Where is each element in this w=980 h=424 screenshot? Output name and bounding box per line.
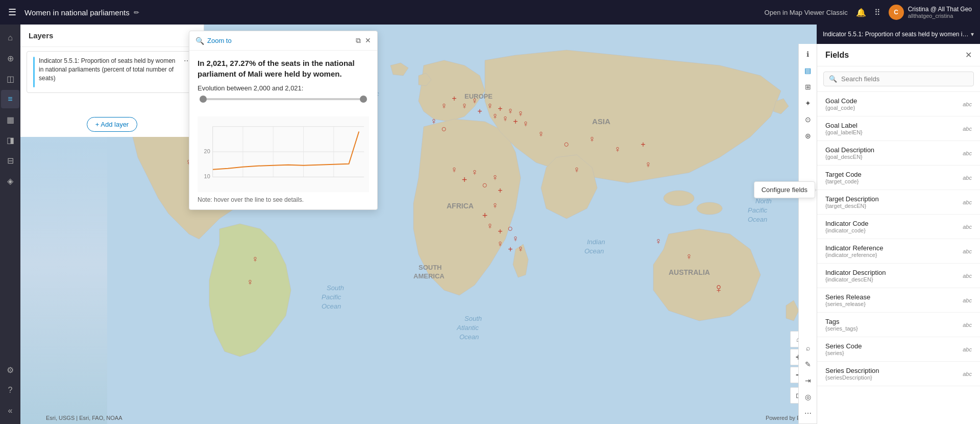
sidebar-btn-home[interactable]: ⌂	[1, 29, 19, 47]
field-type: abc	[963, 150, 972, 156]
sidebar-btn-layers[interactable]: ≡	[1, 90, 19, 108]
field-item[interactable]: Indicator Description {indicator_descEN}…	[817, 264, 980, 288]
field-info: Goal Code {goal_code}	[825, 97, 857, 111]
popup-expand-icon[interactable]: ⧉	[356, 36, 361, 45]
field-code: {series}	[825, 350, 862, 356]
field-item[interactable]: Target Code {target_code} abc	[817, 166, 980, 190]
rt-btn-split[interactable]: ⇥	[801, 373, 815, 388]
sidebar-btn-table[interactable]: ▦	[1, 110, 19, 129]
popup-close-button[interactable]: ✕	[365, 36, 371, 45]
field-item[interactable]: Tags {series_tags} abc	[817, 313, 980, 337]
sidebar-btn-basemap[interactable]: ◫	[1, 69, 19, 88]
rt-btn-time[interactable]: ⊙	[801, 112, 815, 127]
svg-text:♀: ♀	[497, 239, 504, 249]
svg-text:+: +	[498, 227, 502, 235]
field-name: Goal Code	[825, 97, 857, 105]
svg-text:North: North	[755, 197, 772, 205]
rt-btn-edit[interactable]: ✎	[801, 357, 815, 371]
field-type: abc	[963, 126, 972, 132]
field-info: Series Release {series_release}	[825, 293, 870, 307]
field-item[interactable]: Goal Label {goal_labelEN} abc	[817, 116, 980, 141]
fields-list: Goal Code {goal_code} abc Goal Label {go…	[817, 92, 980, 424]
add-layer-button[interactable]: + Add layer	[87, 117, 137, 132]
layers-header: Layers ✕	[20, 25, 204, 47]
rt-btn-more[interactable]: ⋯	[801, 406, 815, 420]
svg-text:EUROPE: EUROPE	[464, 92, 493, 100]
field-info: Target Code {target_code}	[825, 171, 862, 184]
svg-text:♀: ♀	[655, 236, 662, 246]
popup-main-text: In 2,021, 27.27% of the seats in the nat…	[198, 58, 369, 79]
svg-text:Ocean: Ocean	[584, 247, 604, 255]
sidebar-btn-bookmarks[interactable]: ⊟	[1, 151, 19, 170]
sidebar-btn-measure[interactable]: ◈	[1, 172, 19, 190]
user-area[interactable]: C Cristina @ All That Geo allthatgeo_cri…	[889, 5, 972, 20]
app-title-area: Women in national parliaments ✏	[24, 8, 765, 17]
fields-close-button[interactable]: ✕	[965, 50, 972, 60]
sidebar-btn-collapse[interactable]: «	[1, 402, 19, 420]
sidebar-btn-help[interactable]: ?	[1, 381, 19, 399]
sidebar-btn-charts[interactable]: ◨	[1, 131, 19, 149]
rt-btn-info[interactable]: ℹ	[801, 47, 815, 61]
open-classic-link[interactable]: Open in Map Viewer Classic	[765, 9, 848, 16]
popup-header: 🔍 Zoom to ⧉ ✕	[189, 31, 377, 51]
layer-item[interactable]: Indicator 5.5.1: Proportion of seats hel…	[27, 51, 198, 93]
svg-text:AMERICA: AMERICA	[413, 272, 445, 280]
chart-range-slider[interactable]	[198, 98, 369, 108]
svg-text:10: 10	[204, 173, 210, 179]
field-code: {indicator_code}	[825, 227, 869, 233]
app-title: Women in national parliaments	[24, 8, 130, 17]
rt-btn-filter[interactable]: ⊞	[801, 80, 815, 94]
field-item[interactable]: Goal Code {goal_code} abc	[817, 92, 980, 116]
field-info: Indicator Code {indicator_code}	[825, 220, 869, 233]
fields-search-icon: 🔍	[829, 75, 837, 83]
svg-text:Ocean: Ocean	[322, 302, 341, 310]
rt-btn-fields[interactable]: ▤	[801, 63, 815, 78]
rt-btn-pin[interactable]: ✦	[801, 96, 815, 110]
apps-grid-icon[interactable]: ⠿	[874, 8, 880, 17]
rt-btn-globe[interactable]: ◎	[801, 390, 815, 404]
field-type: abc	[963, 322, 972, 328]
field-item[interactable]: Series Code {series} abc	[817, 337, 980, 362]
svg-text:+: +	[482, 210, 488, 221]
svg-text:AFRICA: AFRICA	[447, 202, 474, 210]
fields-search-input[interactable]	[841, 75, 968, 83]
field-item[interactable]: Target Description {target_descEN} abc	[817, 190, 980, 215]
field-item[interactable]: Series Release {series_release} abc	[817, 288, 980, 313]
topbar-right: Open in Map Viewer Classic 🔔 ⠿ C Cristin…	[765, 5, 972, 20]
left-sidebar: ⌂ ⊕ ◫ ≡ ▦ ◨ ⊟ ◈ ⚙ ? «	[0, 25, 20, 424]
menu-icon[interactable]: ☰	[8, 7, 16, 18]
field-item[interactable]: Indicator Reference {indicator_reference…	[817, 239, 980, 264]
edit-title-icon[interactable]: ✏	[134, 9, 139, 16]
rt-btn-overlay[interactable]: ⊛	[801, 129, 815, 143]
svg-text:♀: ♀	[247, 277, 254, 287]
popup-evolution-label: Evolution between 2,000 and 2,021:	[198, 84, 369, 92]
svg-text:♀: ♀	[714, 280, 724, 296]
field-item[interactable]: Series Description {seriesDescription} a…	[817, 362, 980, 386]
zoom-to-button[interactable]: 🔍 Zoom to	[195, 37, 232, 45]
field-info: Target Description {target_descEN}	[825, 195, 879, 209]
svg-text:○: ○	[482, 180, 488, 190]
svg-text:♀: ♀	[440, 101, 448, 111]
svg-text:♀: ♀	[507, 106, 514, 116]
field-item[interactable]: Indicator Code {indicator_code} abc	[817, 215, 980, 239]
field-code: {seriesDescription}	[825, 374, 879, 381]
layer-indicator	[33, 57, 35, 87]
svg-text:♀: ♀	[471, 167, 478, 177]
svg-text:AUSTRALIA: AUSTRALIA	[669, 268, 710, 276]
notifications-icon[interactable]: 🔔	[856, 8, 866, 17]
indicator-banner-chevron[interactable]: ▾	[971, 31, 974, 38]
svg-text:♀: ♀	[522, 119, 529, 129]
sidebar-btn-add[interactable]: ⊕	[1, 49, 19, 67]
svg-text:♀: ♀	[486, 221, 494, 231]
fields-search-wrap: 🔍	[823, 72, 974, 86]
svg-text:20: 20	[204, 148, 210, 154]
configure-fields-label: Configure fields	[762, 186, 807, 194]
indicator-banner-text: Indicator 5.5.1: Proportion of seats hel…	[823, 31, 971, 38]
svg-text:SOUTH: SOUTH	[419, 264, 442, 271]
svg-text:Atlantic: Atlantic	[456, 324, 479, 332]
field-type: abc	[963, 371, 972, 377]
rt-btn-search-map[interactable]: ⌕	[801, 341, 815, 355]
field-item[interactable]: Goal Description {goal_descEN} abc	[817, 141, 980, 166]
sidebar-btn-settings[interactable]: ⚙	[1, 361, 19, 379]
field-code: {target_code}	[825, 178, 862, 184]
